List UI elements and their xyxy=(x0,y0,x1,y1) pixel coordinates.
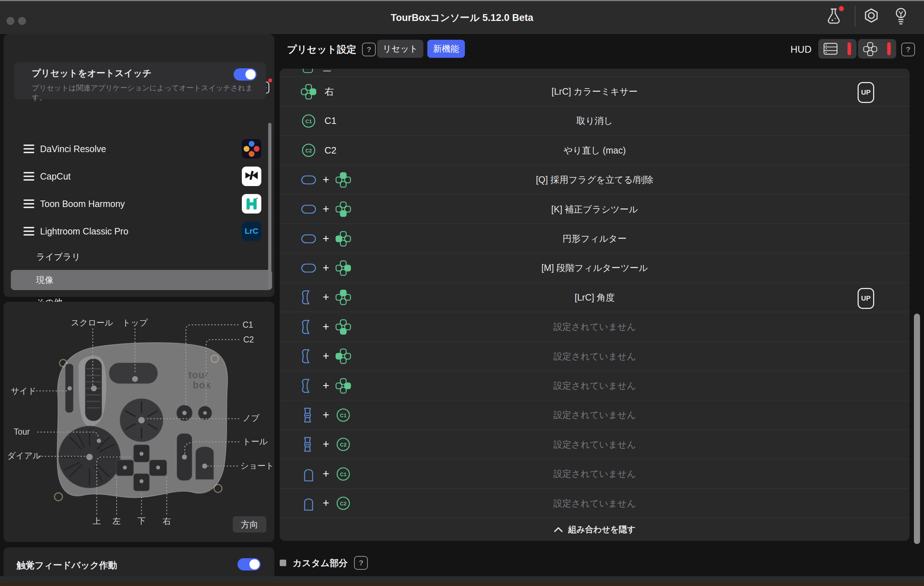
mapping-row[interactable]: + [K] 補正ブラシツール xyxy=(280,194,909,224)
mapping-row[interactable]: C2C2やり直し (mac) xyxy=(280,136,909,165)
auto-switch-description: プリセットは関連アプリケーションによってオートスイッチされます。 xyxy=(32,83,266,103)
new-feature-button[interactable]: 新機能 xyxy=(427,40,465,58)
up-badge: UP xyxy=(858,288,874,309)
clipped-row-icon xyxy=(303,69,313,73)
label-short: ショート xyxy=(240,461,274,470)
device-illustration: tour box xyxy=(3,302,274,542)
label-knob: ノブ xyxy=(243,413,260,423)
add-preset-badge xyxy=(268,78,272,83)
preset-item[interactable]: DaVinci Resolve xyxy=(3,135,274,162)
label-left: 左 xyxy=(112,516,121,526)
label-down: 下 xyxy=(137,516,146,526)
mapping-action[interactable]: 設定されていません xyxy=(280,342,909,371)
drag-handle-icon[interactable] xyxy=(23,199,34,208)
mapping-action[interactable]: 取り消し xyxy=(280,106,909,136)
label-scroll: スクロール xyxy=(71,318,113,327)
mapping-action[interactable]: 設定されていません xyxy=(280,312,909,341)
hud-dpad-indicator xyxy=(887,42,891,55)
sub-preset-item[interactable]: 現像 xyxy=(11,270,272,290)
mapping-row[interactable]: C1C1取り消し xyxy=(280,106,909,136)
hide-combos-button[interactable]: 組み合わせを隠す xyxy=(280,517,909,541)
mapping-row[interactable]: + C1設定されていません xyxy=(280,459,909,488)
auto-switch-panel: プリセットをオートスイッチ プリセットは関連アプリケーションによってオートスイッ… xyxy=(14,62,266,99)
hud-dpad-button[interactable] xyxy=(858,39,896,58)
preset-settings-help-icon[interactable]: ? xyxy=(362,43,376,56)
hud-help-icon[interactable]: ? xyxy=(901,43,915,56)
mapping-action[interactable]: 設定されていません xyxy=(280,400,909,430)
mapping-row[interactable]: + 設定されていません xyxy=(280,341,909,371)
mapping-row[interactable]: + C1設定されていません xyxy=(280,400,909,430)
mapping-action[interactable]: [K] 補正ブラシツール xyxy=(280,195,909,224)
label-c2: C2 xyxy=(243,335,254,344)
tips-button[interactable] xyxy=(891,6,910,26)
mapping-action[interactable]: [Q] 採用フラグを立てる/削除 xyxy=(280,165,909,194)
label-tall: トール xyxy=(243,437,268,446)
haptic-toggle[interactable] xyxy=(238,558,261,571)
preset-item[interactable]: Lightroom Classic ProLrC xyxy=(3,217,274,245)
lightroom-classic-icon: LrC xyxy=(242,222,261,241)
mapping-row[interactable]: + [LrC] 角度UP xyxy=(280,283,909,312)
mapping-row[interactable]: + C2設定されていません xyxy=(280,430,909,459)
drag-handle-icon[interactable] xyxy=(23,144,34,153)
toon-boom-harmony-icon xyxy=(242,194,261,214)
up-badge: UP xyxy=(858,82,874,103)
hud-list-indicator xyxy=(848,42,851,55)
preset-list-scrollbar[interactable] xyxy=(268,123,271,289)
preset-name: CapCut xyxy=(40,171,71,182)
lightbulb-icon xyxy=(894,7,908,26)
settings-button[interactable] xyxy=(862,6,881,26)
mapping-action[interactable]: やり直し (mac) xyxy=(280,136,909,165)
mapping-row[interactable]: + C2設定されていません xyxy=(280,488,909,518)
direction-button[interactable]: 方向 xyxy=(233,516,266,533)
mapping-row[interactable]: + [M] 段階フィルターツール xyxy=(280,253,909,283)
svg-text:box: box xyxy=(193,380,211,391)
davinci-resolve-icon xyxy=(242,139,261,159)
preset-list-card: プリセットリスト ? プリセットをオートスイッチ プリセットは関連アプリケーショ… xyxy=(3,34,274,297)
auto-switch-toggle[interactable] xyxy=(234,68,257,81)
mapping-row[interactable]: + 設定されていません xyxy=(280,312,909,341)
gear-icon xyxy=(862,7,880,25)
drag-handle-icon[interactable] xyxy=(23,227,34,235)
preset-name: DaVinci Resolve xyxy=(40,144,106,154)
window-title: TourBoxコンソール 5.12.0 Beta xyxy=(0,1,924,34)
mapping-action[interactable]: 円形フィルター xyxy=(280,224,909,253)
haptic-label: 触覚フィードバック作動 xyxy=(16,559,117,571)
mapping-action[interactable]: 設定されていません xyxy=(280,489,909,518)
preset-item[interactable]: Toon Boom Harmony xyxy=(3,190,274,217)
mapping-row[interactable]: 右[LrC] カラーミキサーUP xyxy=(280,76,909,106)
notification-badge xyxy=(839,6,844,11)
sub-preset-name: 現像 xyxy=(36,274,53,286)
device-card: tour box xyxy=(3,302,274,542)
window-bottom-edge xyxy=(0,576,924,583)
label-top: トップ xyxy=(122,318,148,327)
drag-handle-icon[interactable] xyxy=(23,172,34,180)
desktop-strip xyxy=(0,583,924,586)
preset-name: Toon Boom Harmony xyxy=(40,199,125,209)
mapping-row[interactable]: + [Q] 採用フラグを立てる/削除 xyxy=(280,165,909,194)
device-short-button xyxy=(196,447,214,480)
custom-section-help-icon[interactable]: ? xyxy=(354,556,368,570)
beta-lab-button[interactable] xyxy=(824,6,843,26)
capcut-icon xyxy=(242,167,261,186)
mapping-action[interactable]: [LrC] 角度 xyxy=(280,283,909,312)
custom-section-header: カスタム部分 ? xyxy=(280,552,605,574)
preset-item[interactable]: CapCut xyxy=(3,162,274,190)
mapping-list-card: 右[LrC] カラーミキサーUP C1C1取り消し C2C2やり直し (mac)… xyxy=(280,69,909,541)
mapping-action[interactable]: 設定されていません xyxy=(280,371,909,400)
topbar-divider xyxy=(855,6,855,27)
hud-list-button[interactable] xyxy=(818,39,856,58)
custom-section-bullet xyxy=(280,560,286,566)
mapping-action[interactable]: 設定されていません xyxy=(280,430,909,459)
auto-switch-label: プリセットをオートスイッチ xyxy=(32,67,152,79)
label-up: 上 xyxy=(93,516,101,526)
clipped-row-fragment xyxy=(323,70,331,71)
sub-preset-item[interactable]: ライブラリ xyxy=(3,247,274,267)
mapping-row[interactable]: + 円形フィルター xyxy=(280,223,909,253)
mapping-row[interactable]: + 設定されていません xyxy=(280,371,909,400)
mapping-action[interactable]: [M] 段階フィルターツール xyxy=(280,253,909,283)
hud-dpad-icon xyxy=(863,42,878,56)
reset-button[interactable]: リセット xyxy=(377,40,423,58)
mapping-action[interactable]: 設定されていません xyxy=(280,459,909,488)
window-scrollbar[interactable] xyxy=(914,314,920,544)
mapping-action[interactable]: [LrC] カラーミキサー xyxy=(280,77,909,106)
